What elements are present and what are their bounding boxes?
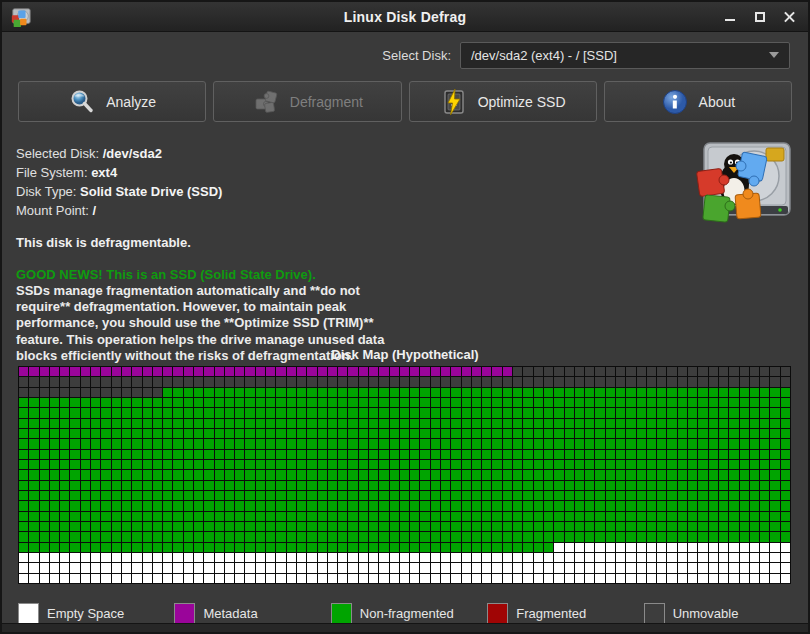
about-button-label: About <box>699 94 736 110</box>
disk-map-cell-nonfragmented <box>492 470 501 479</box>
disk-map-cell-nonfragmented <box>534 543 543 552</box>
disk-map-cell-unmovable <box>657 377 666 386</box>
disk-map-cell-unmovable <box>770 377 779 386</box>
disk-map-cell-nonfragmented <box>204 543 213 552</box>
disk-map-cell-nonfragmented <box>482 532 491 541</box>
disk-map-cell-empty <box>657 553 666 562</box>
disk-map-cell-empty <box>297 563 306 572</box>
disk-map-cell-nonfragmented <box>225 512 234 521</box>
disk-map-cell-nonfragmented <box>462 408 471 417</box>
disk-map-cell-empty <box>143 563 152 572</box>
disk-map-cell-nonfragmented <box>513 408 522 417</box>
disk-map-cell-nonfragmented <box>420 450 429 459</box>
disk-map-cell-nonfragmented <box>40 491 49 500</box>
disk-map-cell-nonfragmented <box>379 470 388 479</box>
disk-map-cell-nonfragmented <box>719 398 728 407</box>
disk-map-cell-nonfragmented <box>359 388 368 397</box>
defragment-button[interactable]: Defragment <box>213 81 401 122</box>
disk-map-cell-nonfragmented <box>101 512 110 521</box>
disk-map-cell-nonfragmented <box>287 481 296 490</box>
disk-map-cell-nonfragmented <box>482 398 491 407</box>
disk-map-cell-nonfragmented <box>29 532 38 541</box>
minimize-button[interactable] <box>722 9 738 25</box>
disk-map-cell-nonfragmented <box>359 532 368 541</box>
disk-map-cell-nonfragmented <box>348 460 357 469</box>
disk-map-cell-nonfragmented <box>472 398 481 407</box>
disk-map-cell-nonfragmented <box>19 491 28 500</box>
disk-map-cell-nonfragmented <box>276 460 285 469</box>
disk-map-cell-nonfragmented <box>523 419 532 428</box>
disk-map-cell-nonfragmented <box>544 491 553 500</box>
maximize-icon <box>755 12 765 22</box>
disk-map-cell-unmovable <box>462 377 471 386</box>
disk-map-cell-empty <box>637 543 646 552</box>
disk-map-cell-nonfragmented <box>451 512 460 521</box>
disk-map-cell-nonfragmented <box>60 522 69 531</box>
disk-map-cell-nonfragmented <box>50 408 59 417</box>
disk-map-cell-empty <box>410 563 419 572</box>
disk-map-cell-nonfragmented <box>482 481 491 490</box>
disk-map-cell-nonfragmented <box>472 450 481 459</box>
disk-map-cell-nonfragmented <box>101 439 110 448</box>
disk-map-cell-nonfragmented <box>420 470 429 479</box>
disk-map-cell-empty <box>287 574 296 583</box>
disk-map-cell-nonfragmented <box>565 450 574 459</box>
disk-map-cell-nonfragmented <box>740 419 749 428</box>
disk-map-cell-nonfragmented <box>40 439 49 448</box>
disk-map-cell-empty <box>616 563 625 572</box>
disk-map-cell-unmovable <box>441 377 450 386</box>
disk-map-cell-nonfragmented <box>626 460 635 469</box>
disk-map-cell-nonfragmented <box>245 388 254 397</box>
disk-map-cell-nonfragmented <box>503 450 512 459</box>
disk-info-line: Mount Point: / <box>16 201 436 220</box>
disk-map-cell-nonfragmented <box>359 501 368 510</box>
disk-map-cell-nonfragmented <box>441 501 450 510</box>
disk-map-cell-nonfragmented <box>40 419 49 428</box>
analyze-button[interactable]: Analyze <box>18 81 206 122</box>
disk-map-cell-nonfragmented <box>60 439 69 448</box>
disk-map-cell-nonfragmented <box>132 512 141 521</box>
about-button[interactable]: About <box>604 81 792 122</box>
disk-map-cell-empty <box>606 543 615 552</box>
disk-map-cell-nonfragmented <box>750 388 759 397</box>
disk-map-cell-nonfragmented <box>462 470 471 479</box>
optimize-ssd-button[interactable]: Optimize SSD <box>409 81 597 122</box>
disk-map-cell-nonfragmented <box>390 532 399 541</box>
disk-map-cell-nonfragmented <box>112 450 121 459</box>
disk-map-cell-nonfragmented <box>616 398 625 407</box>
disk-map-cell-nonfragmented <box>595 429 604 438</box>
disk-map-cell-metadata <box>215 367 224 376</box>
disk-map-cell-nonfragmented <box>19 470 28 479</box>
disk-map-cell-nonfragmented <box>410 408 419 417</box>
close-button[interactable] <box>782 9 798 25</box>
disk-map-cell-metadata <box>29 367 38 376</box>
disk-map-cell-nonfragmented <box>482 439 491 448</box>
disk-map-cell-nonfragmented <box>472 522 481 531</box>
disk-map-cell-nonfragmented <box>575 512 584 521</box>
disk-map-cell-empty <box>688 553 697 562</box>
disk-map-cell-nonfragmented <box>348 501 357 510</box>
disk-map-cell-nonfragmented <box>81 481 90 490</box>
maximize-button[interactable] <box>752 9 768 25</box>
disk-map-cell-unmovable <box>70 388 79 397</box>
disk-map-cell-nonfragmented <box>534 522 543 531</box>
disk-select-dropdown[interactable]: /dev/sda2 (ext4) - / [SSD] <box>460 42 790 69</box>
disk-map-cell-nonfragmented <box>781 512 790 521</box>
disk-map-cell-nonfragmented <box>215 388 224 397</box>
disk-map-cell-empty <box>678 563 687 572</box>
disk-map-cell-nonfragmented <box>595 481 604 490</box>
disk-map-cell-nonfragmented <box>318 481 327 490</box>
disk-map-cell-metadata <box>451 367 460 376</box>
disk-map-cell-nonfragmented <box>194 439 203 448</box>
magnifier-icon <box>68 88 96 116</box>
disk-map-cell-nonfragmented <box>194 450 203 459</box>
disk-map-cell-unmovable <box>400 377 409 386</box>
disk-map-cell-nonfragmented <box>287 470 296 479</box>
disk-map-cell-empty <box>770 553 779 562</box>
disk-map-cell-nonfragmented <box>184 408 193 417</box>
disk-map-cell-nonfragmented <box>637 512 646 521</box>
nonfragmented-swatch <box>331 603 352 624</box>
disk-map-cell-nonfragmented <box>369 388 378 397</box>
disk-map-cell-nonfragmented <box>688 491 697 500</box>
disk-map-cell-nonfragmented <box>81 512 90 521</box>
